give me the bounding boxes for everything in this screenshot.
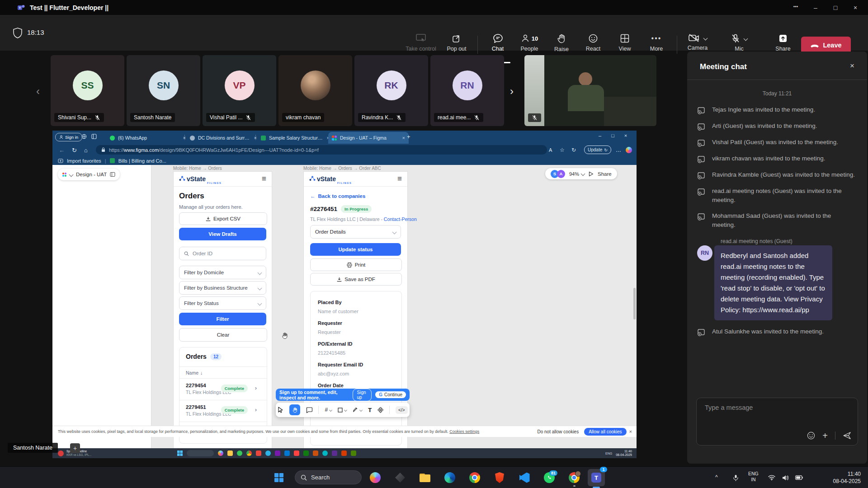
move-tool-icon[interactable] [278,407,283,413]
raise-hand-button[interactable]: Raise [544,34,579,52]
participant-tile-video-large[interactable] [524,55,656,126]
browser-maximize-button[interactable]: □ [611,133,614,138]
print-button[interactable]: Print [310,258,402,271]
export-csv-button[interactable]: Export CSV [179,212,267,225]
design-frame-orders[interactable]: vState FILINGS ≡ Orders Manage all your … [173,171,272,448]
hand-tool-active[interactable] [289,404,300,415]
titlebar-more-button[interactable]: ••• [786,4,806,11]
tray-language[interactable]: ENGIN [748,471,759,483]
maximize-button[interactable]: □ [826,4,845,11]
filter-button[interactable]: Filter [179,313,266,325]
vscode-icon[interactable] [518,471,531,484]
components-tool-icon[interactable] [377,407,383,413]
participant-tile[interactable]: SN Santosh Narate [127,55,200,126]
refresh-icon[interactable]: ↻ [72,147,77,154]
strip-scroll-left-icon[interactable]: ‹ [36,85,40,98]
allow-cookies-button[interactable]: Allow all cookies [584,428,626,436]
google-continue-button[interactable]: G Continue [375,391,406,398]
tray-mic-icon[interactable] [729,471,742,484]
cookie-settings-link[interactable]: Cookies settings [449,429,479,434]
vertical-tabs-icon[interactable] [91,134,97,139]
cookie-close-icon[interactable]: × [629,429,632,434]
back-to-companies-link[interactable]: ← Back to companies [310,193,365,199]
shape-tool[interactable] [338,408,347,413]
update-status-button[interactable]: Update status [310,243,401,256]
figma-share-button[interactable]: Share [598,171,612,177]
present-icon[interactable] [589,171,594,177]
people-button[interactable]: 10 People [512,34,547,52]
mic-options-chevron-icon[interactable] [743,36,748,41]
teams-taskbar-icon[interactable]: T 1 [588,469,605,486]
zoom-menu[interactable]: 94% [569,171,585,177]
order-id-search-field[interactable]: Order ID [179,247,266,260]
attach-plus-icon[interactable]: + [822,432,828,440]
browser-tab-active[interactable]: Design - UAT – Figma × [328,132,409,144]
comment-tool-icon[interactable] [306,407,312,413]
minimize-button[interactable]: – [806,4,826,11]
tray-clock[interactable]: 11:40 08-04-2025 [814,471,861,485]
hamburger-menu-icon[interactable]: ≡ [262,174,266,183]
chrome-profile-icon[interactable] [567,471,581,484]
view-drafts-button[interactable]: View Drafts [179,228,266,240]
figma-signup-button[interactable]: Sign up [353,389,372,401]
browser-minimize-button[interactable]: – [599,133,601,138]
browser-workspaces-icon[interactable] [81,134,87,139]
edge-icon[interactable] [443,471,457,484]
figma-file-menu[interactable]: Design - UAT [58,169,120,180]
deny-cookies-button[interactable]: Do not allow cookies [537,429,579,434]
taskbar-search[interactable]: Search [295,470,362,484]
emoji-icon[interactable] [807,432,815,440]
send-icon[interactable] [843,432,851,440]
tray-expand-icon[interactable]: ^ [715,474,718,480]
participant-tile[interactable]: RK Ravindra K... [354,55,428,126]
home-icon[interactable]: ⌂ [84,147,88,154]
tray-battery-icon[interactable] [792,471,806,484]
pen-tool[interactable] [353,407,362,413]
new-tab-button[interactable]: + [407,133,410,140]
order-row[interactable]: 2279454 TL Flex Holdings LLC Complete › [186,383,260,395]
hamburger-menu-icon[interactable]: ≡ [397,174,402,183]
brave-icon[interactable] [493,471,506,484]
order-row[interactable]: 2279451 TL Flex Holdings LLC Complete › [186,404,260,417]
camera-button[interactable]: Camera [680,34,715,51]
save-as-pdf-button[interactable]: Save as PDF [310,273,402,286]
chat-panel-close-icon[interactable]: × [850,61,854,70]
read-aloud-icon[interactable]: A [549,147,552,153]
filter-status-select[interactable]: Filter by Status [179,296,266,310]
browser-tab[interactable]: (6) WhatsApp × [106,132,189,144]
camera-options-chevron-icon[interactable] [703,36,708,40]
order-details-select[interactable]: Order Details [310,225,401,239]
view-button[interactable]: View [608,34,642,52]
name-column-header[interactable]: Name↓ [186,370,203,375]
file-explorer-icon[interactable] [418,471,432,484]
frame-breadcrumb[interactable]: Mobile: Home → Orders [173,166,222,171]
frame-tool[interactable]: # [325,407,332,413]
chrome-icon[interactable] [468,471,481,484]
whatsapp-icon[interactable]: 81 [542,471,556,484]
back-icon[interactable]: ← [59,147,65,154]
bookmark-link[interactable]: Bills | Billing and Co... [118,158,166,164]
filter-business-structure-select[interactable]: Filter by Business Structure [179,281,266,295]
participant-tile[interactable]: VP Vishal Patil ... [203,55,276,126]
frame-breadcrumb[interactable]: Mobile: Home → Orders → Order ABC [303,166,381,171]
contact-person-link[interactable]: Contact-Person [384,216,417,222]
share-button[interactable]: Share [766,34,800,52]
chat-message-input[interactable] [704,404,841,412]
dev-mode-toggle[interactable]: </> [396,406,407,414]
pop-out-button[interactable]: Pop out [439,34,474,52]
participant-tile-video[interactable]: vikram chavan [278,55,352,126]
favorite-star-icon[interactable]: ☆ [560,147,565,153]
address-bar[interactable]: https://www.figma.com/design/9BKQ0FOHRWa… [96,145,547,155]
app-icon-gem[interactable] [393,471,407,484]
browser-menu-icon[interactable]: … [616,147,621,153]
copilot-icon[interactable] [368,471,382,484]
start-button[interactable] [272,471,286,484]
mic-button[interactable]: Mic [722,34,756,52]
collaborator-avatar[interactable]: A [557,170,565,178]
browser-close-button[interactable]: × [624,133,627,138]
clear-button[interactable]: Clear [179,328,267,342]
react-button[interactable]: React [576,34,610,52]
close-button[interactable]: × [845,4,865,11]
canvas-scrollbar[interactable] [633,288,636,319]
layout-icon[interactable] [110,172,115,177]
